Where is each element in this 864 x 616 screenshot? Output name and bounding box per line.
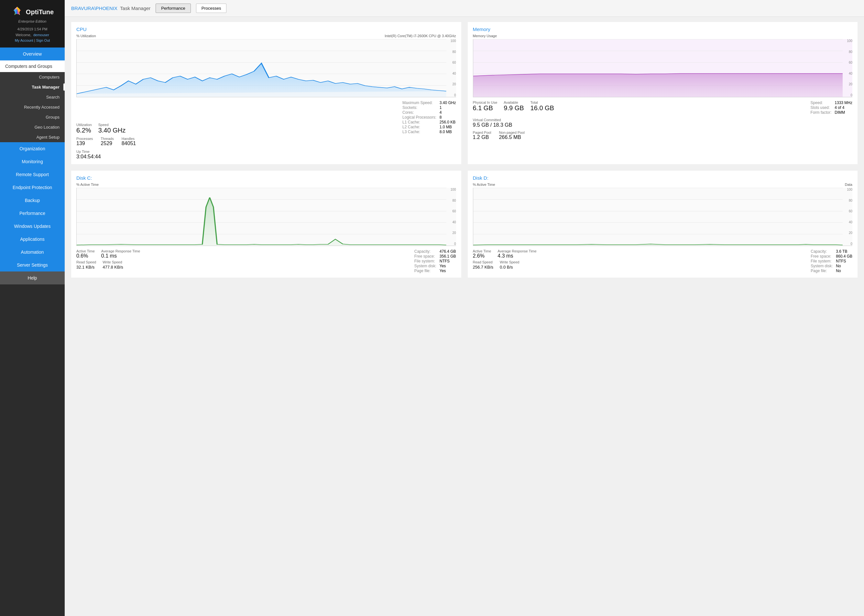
sidebar-item-computers-groups[interactable]: Computers and Groups [0, 60, 65, 72]
disk-d-active-label: Active Time [473, 249, 491, 253]
sidebar-item-organization[interactable]: Organization [0, 142, 65, 155]
disk-d-fs-value: NTFS [836, 259, 852, 263]
disk-d-fs-label: File system: [810, 259, 832, 263]
memory-total-value: 16.0 GB [530, 104, 554, 112]
sidebar-subitem-geo-location[interactable]: Geo Location [0, 122, 65, 132]
cpu-handles-stat: Handles 84051 [121, 137, 136, 146]
sidebar-subitem-search[interactable]: Search [0, 92, 65, 102]
tab-processes[interactable]: Processes [196, 3, 227, 13]
disk-c-response-value: 0.1 ms [101, 253, 140, 259]
disk-d-read-value: 256.7 KB/s [473, 265, 493, 270]
disk-c-capacity-label: Capacity: [415, 249, 437, 254]
disk-c-free-value: 356.1 GB [440, 254, 456, 259]
cpu-speed-label: Speed [98, 123, 126, 127]
breadcrumb-link[interactable]: BRAVURA\PHOENIX [71, 5, 117, 11]
cpu-l3-label: L3 Cache: [402, 130, 437, 134]
memory-speed-label: Speed: [810, 101, 832, 105]
memory-speed-value: 1333 MHz [834, 101, 852, 105]
sidebar-item-overview[interactable]: Overview [0, 47, 65, 60]
sidebar-header: OptiTune Enterprise Edition 4/29/2019 1:… [0, 0, 65, 47]
sidebar-item-server-settings[interactable]: Server Settings [0, 259, 65, 272]
disk-d-response-stat: Average Response Time 4.3 ms [498, 249, 536, 259]
cpu-logical-label: Logical Processors: [402, 115, 437, 119]
disk-c-pagefile-value: Yes [440, 269, 456, 273]
cpu-handles-value: 84051 [121, 141, 136, 146]
content: CPU % Utilization Intel(R) Core(TM) i7-2… [65, 17, 864, 616]
disk-d-y-labels: 100 80 60 40 20 0 [846, 188, 852, 246]
cpu-l2-value: 1.0 MB [440, 125, 456, 129]
memory-paged-label: Paged Pool [473, 130, 491, 134]
sidebar-subitem-groups[interactable]: Groups [0, 112, 65, 122]
disk-c-free-label: Free space: [415, 254, 437, 259]
cpu-l3-value: 8.0 MB [440, 130, 456, 134]
cpu-l2-label: L2 Cache: [402, 125, 437, 129]
cpu-threads-value: 2529 [101, 141, 114, 146]
disk-d-capacity-label: Capacity: [810, 249, 832, 254]
memory-available-value: 9.9 GB [504, 104, 524, 112]
sidebar-subitem-task-manager[interactable]: Task Manager [0, 82, 65, 92]
disk-c-write-label: Write Speed [102, 260, 123, 264]
sidebar-item-performance[interactable]: Performance [0, 207, 65, 220]
disk-d-response-value: 4.3 ms [498, 253, 536, 259]
sidebar-subitem-computers[interactable]: Computers [0, 72, 65, 82]
cpu-threads-stat: Threads 2529 [101, 137, 114, 146]
cpu-processes-value: 139 [76, 141, 93, 146]
cpu-cores-label: Cores: [402, 110, 437, 115]
disk-c-y-labels: 100 80 60 40 20 0 [450, 188, 456, 246]
disk-d-write-value: 0.0 B/s [500, 265, 519, 270]
logo-area: OptiTune [4, 6, 61, 18]
sign-out-link[interactable]: Sign Out [36, 38, 50, 42]
disk-d-pagefile-label: Page file: [810, 269, 832, 273]
memory-virtual-stat: Virtual Committed 9.5 GB / 18.3 GB [473, 117, 853, 128]
cpu-process-stats: Processes 139 Threads 2529 Handles 84051 [76, 137, 456, 146]
disk-d-chart-label-right: Data [845, 182, 852, 187]
disk-c-chart-label: % Active Time [76, 182, 99, 187]
disk-c-capacity-value: 476.4 GB [440, 249, 456, 254]
sidebar-item-applications[interactable]: Applications [0, 233, 65, 246]
disk-d-detail-table: Capacity: 3.6 TB Free space: 860.4 GB Fi… [810, 249, 852, 273]
cpu-chart-label-right: Intel(R) Core(TM) i7-2600K CPU @ 3.40GHz [385, 34, 456, 38]
memory-form-value: DIMM [834, 110, 852, 115]
memory-virtual-label: Virtual Committed [473, 118, 501, 122]
memory-available-label: Available [504, 101, 524, 104]
disk-c-write-value: 477.8 KB/s [102, 265, 123, 270]
disk-d-sysdisk-label: System disk: [810, 264, 832, 268]
sidebar-item-backup[interactable]: Backup [0, 194, 65, 207]
cpu-logical-value: 8 [440, 115, 456, 119]
cpu-max-speed-label: Maximum Speed: [402, 101, 437, 105]
memory-panel: Memory Memory Usage [468, 22, 858, 164]
main-content: BRAVURA\PHOENIX Task Manager Performance… [65, 0, 864, 616]
memory-form-label: Form factor: [810, 110, 832, 115]
disk-d-capacity-value: 3.6 TB [836, 249, 852, 254]
sidebar-subitem-recently-accessed[interactable]: Recently Accessed [0, 102, 65, 112]
sidebar-item-monitoring[interactable]: Monitoring [0, 155, 65, 168]
cpu-uptime-label: Up Time [76, 149, 90, 154]
page-title-area: BRAVURA\PHOENIX Task Manager [71, 5, 150, 11]
memory-physical-value: 6.1 GB [473, 104, 498, 112]
memory-total-stat: Total 16.0 GB [530, 101, 554, 112]
sidebar-item-remote-support[interactable]: Remote Support [0, 168, 65, 181]
welcome-line: Welcome, demouser [4, 32, 61, 38]
memory-chart-labels: Memory Usage [473, 34, 853, 38]
disk-c-sysdisk-value: Yes [440, 264, 456, 268]
cpu-l1-label: L1 Cache: [402, 120, 437, 124]
memory-paged-stat: Paged Pool 1.2 GB [473, 130, 491, 140]
cpu-utilization-stat: Utilization 6.2% [76, 123, 92, 134]
disk-c-panel: Disk C: % Active Time [71, 171, 461, 278]
disk-d-panel: Disk D: % Active Time Data [468, 171, 858, 278]
sidebar-item-windows-updates[interactable]: Windows Updates [0, 220, 65, 233]
tab-performance[interactable]: Performance [156, 3, 191, 13]
memory-chart: 100 80 60 40 20 0 [473, 39, 853, 97]
sidebar-subitem-agent-setup[interactable]: Agent Setup [0, 132, 65, 142]
my-account-link[interactable]: My Account [15, 38, 33, 42]
sidebar-item-help[interactable]: Help [0, 272, 65, 284]
sidebar-item-endpoint-protection[interactable]: Endpoint Protection [0, 181, 65, 194]
disk-d-pagefile-value: No [836, 269, 852, 273]
sidebar-item-automation[interactable]: Automation [0, 246, 65, 259]
disk-c-read-value: 32.1 KB/s [76, 265, 96, 270]
user-info: 4/29/2019 1:54 PM Welcome, demouser My A… [4, 27, 61, 44]
disk-d-svg [473, 188, 843, 246]
disk-c-active-value: 0.6% [76, 253, 95, 259]
edition-text: Enterprise Edition [4, 19, 61, 23]
breadcrumb-sep: Task Manager [120, 5, 150, 11]
